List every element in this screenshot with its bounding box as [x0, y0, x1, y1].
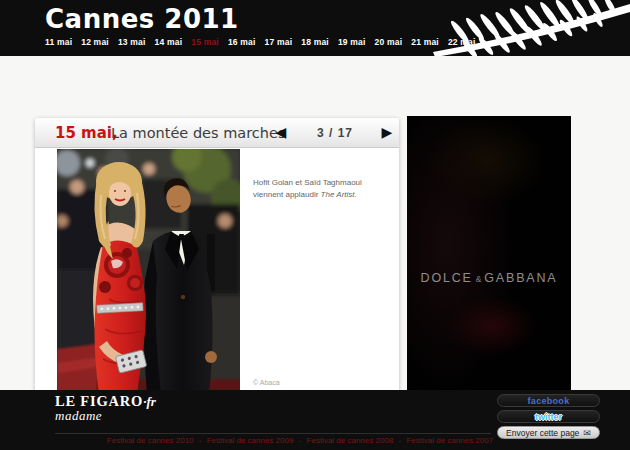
- page-title: Cannes 2011: [45, 4, 239, 34]
- footer-link-cannes-2009[interactable]: Festival de cannes 2009: [207, 436, 294, 445]
- date-tab-12-mai[interactable]: 12 mai: [81, 37, 109, 47]
- date-tab-14-mai[interactable]: 14 mai: [155, 37, 183, 47]
- footer-link-separator: -: [399, 436, 402, 445]
- palm-leaf-icon: [415, 0, 630, 56]
- photo-credit: © Abaca: [253, 379, 280, 386]
- gallery-title: La montée des marches: [111, 125, 285, 141]
- twitter-button[interactable]: twitter: [497, 410, 600, 423]
- figaro-madame-logo[interactable]: LE FIGARO·fr madame: [55, 393, 156, 422]
- next-photo-button[interactable]: ▶: [377, 122, 397, 142]
- gallery-header: 15 mai, La montée des marches ◀ 3 / 17 ▶: [35, 118, 399, 148]
- footer-link-cannes-2007[interactable]: Festival de cannes 2007: [406, 436, 493, 445]
- footer-link-cannes-2010[interactable]: Festival de cannes 2010: [107, 436, 194, 445]
- date-tab-13-mai[interactable]: 13 mai: [118, 37, 146, 47]
- date-tab-16-mai[interactable]: 16 mai: [228, 37, 256, 47]
- prev-photo-button[interactable]: ◀: [271, 122, 291, 142]
- date-tab-18-mai[interactable]: 18 mai: [301, 37, 329, 47]
- prev-icon: ◀: [276, 124, 287, 140]
- date-tab-19-mai[interactable]: 19 mai: [338, 37, 366, 47]
- footer-divider: [55, 433, 491, 434]
- ad-brand-dolce: DOLCE: [421, 271, 473, 285]
- red-carpet-photo-illustration: [57, 149, 240, 394]
- date-tab-11-mai[interactable]: 11 mai: [45, 37, 72, 47]
- next-icon: ▶: [382, 124, 393, 140]
- page: Cannes 2011 11 mai 12 mai 13 mai 14 mai …: [0, 0, 630, 450]
- site-footer: LE FIGARO·fr madame facebook twitter Env…: [0, 390, 630, 450]
- facebook-button[interactable]: facebook: [497, 394, 600, 407]
- photo-caption: Hofit Golan et Saïd Taghmaoui viennent a…: [253, 177, 391, 202]
- date-tab-15-mai[interactable]: 15 mai: [191, 37, 219, 47]
- date-tab-17-mai[interactable]: 17 mai: [265, 37, 293, 47]
- ad-brand-text: DOLCE&GABBANA: [407, 271, 571, 285]
- site-header: Cannes 2011 11 mai 12 mai 13 mai 14 mai …: [0, 0, 630, 56]
- logo-madame: madame: [55, 409, 156, 422]
- ad-brand-gabbana: GABBANA: [484, 271, 557, 285]
- ad-brand-ampersand: &: [476, 274, 482, 284]
- date-nav: 11 mai 12 mai 13 mai 14 mai 15 mai 16 ma…: [45, 37, 476, 47]
- footer-link-separator: -: [299, 436, 302, 445]
- footer-link-separator: -: [199, 436, 202, 445]
- photo-counter: 3 / 17: [305, 126, 365, 140]
- footer-links: Festival de cannes 2010 - Festival de ca…: [35, 436, 565, 445]
- logo-lefigaro: LE FIGARO: [55, 393, 143, 409]
- gallery-photo[interactable]: [57, 149, 240, 394]
- ad-background-shape: [447, 296, 537, 356]
- gallery-date-label: 15 mai,: [55, 124, 118, 142]
- envelope-icon: ✉: [583, 428, 591, 438]
- footer-link-cannes-2008[interactable]: Festival de cannes 2008: [307, 436, 394, 445]
- logo-fr: ·fr: [143, 394, 156, 409]
- content-area: 15 mai, La montée des marches ◀ 3 / 17 ▶: [0, 56, 630, 390]
- date-tab-20-mai[interactable]: 20 mai: [375, 37, 403, 47]
- ad-background-shape: [427, 116, 547, 206]
- caption-movie-title: The Artist.: [321, 190, 357, 199]
